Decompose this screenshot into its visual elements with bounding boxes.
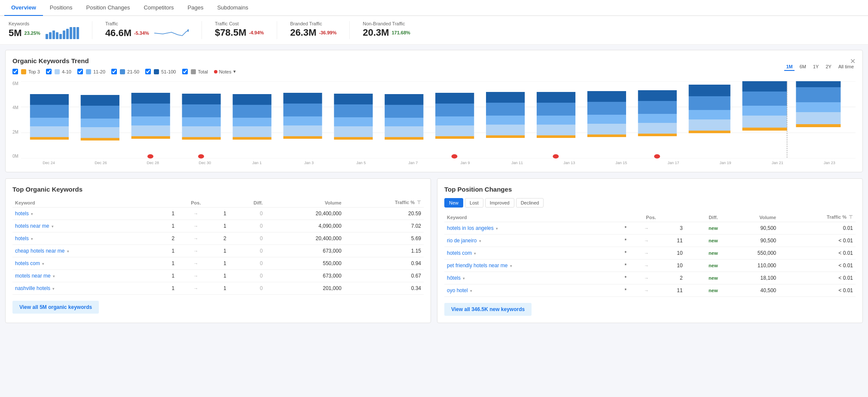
pc-volume: 18,100 bbox=[721, 272, 779, 284]
tab-position-changes[interactable]: Position Changes bbox=[79, 0, 137, 16]
view-all-keywords-button[interactable]: View all 5M organic keywords bbox=[12, 301, 99, 314]
arrow-icon: → bbox=[183, 232, 208, 245]
filter-lost[interactable]: Lost bbox=[465, 198, 483, 208]
chevron-down-icon[interactable]: ▾ bbox=[474, 251, 476, 256]
legend-top3-checkbox[interactable] bbox=[12, 69, 18, 74]
time-btn-1m[interactable]: 1M bbox=[784, 63, 794, 71]
view-all-position-changes-button[interactable]: View all 346.5K new keywords bbox=[444, 303, 532, 316]
legend-top3[interactable]: Top 3 bbox=[12, 69, 40, 74]
keyword-link[interactable]: hotels com bbox=[15, 260, 40, 266]
filter-icon[interactable]: ⊤ bbox=[417, 200, 421, 205]
chevron-down-icon[interactable]: ▾ bbox=[52, 287, 55, 291]
svg-point-74 bbox=[654, 154, 660, 159]
legend-total[interactable]: Total bbox=[182, 69, 208, 74]
pc-pos-to: 11 bbox=[659, 235, 685, 247]
chevron-down-icon[interactable]: ▾ bbox=[53, 274, 55, 278]
chevron-down-icon[interactable]: ▾ bbox=[42, 262, 44, 266]
svg-rect-72 bbox=[638, 101, 677, 114]
position-changes-table: Keyword Pos. Diff. Volume Traffic % ⊤ ho… bbox=[444, 213, 856, 297]
tab-overview[interactable]: Overview bbox=[4, 0, 43, 16]
legend-2150[interactable]: 21-50 bbox=[111, 69, 139, 74]
kw-diff: 0 bbox=[229, 257, 266, 270]
pc-keyword-cell: pet friendly hotels near me ▾ bbox=[444, 260, 617, 272]
chevron-down-icon[interactable]: ▾ bbox=[496, 226, 498, 231]
keyword-link[interactable]: hotels near me bbox=[15, 223, 49, 229]
pc-pos-to: 11 bbox=[659, 284, 685, 297]
position-changes-table-body: hotels in los angeles ▾ * → 3 new 90,500… bbox=[444, 222, 856, 297]
legend-51100[interactable]: 51-100 bbox=[145, 69, 176, 74]
time-btn-2y[interactable]: 2Y bbox=[824, 63, 833, 71]
chevron-down-icon[interactable]: ▾ bbox=[470, 289, 472, 293]
keyword-link[interactable]: hotels bbox=[15, 235, 29, 241]
notes-button[interactable]: Notes ▾ bbox=[214, 69, 236, 74]
svg-rect-41 bbox=[334, 94, 373, 104]
filter-new[interactable]: New bbox=[444, 198, 463, 208]
tab-subdomains[interactable]: Subdomains bbox=[210, 0, 255, 16]
svg-rect-56 bbox=[486, 103, 525, 116]
pc-keyword-cell: hotels com ▾ bbox=[444, 247, 617, 260]
pc-keyword-link[interactable]: pet friendly hotels near me bbox=[447, 263, 507, 269]
kw-diff: 0 bbox=[229, 245, 266, 257]
keyword-link[interactable]: nashville hotels bbox=[15, 285, 50, 291]
chevron-down-icon[interactable]: ▾ bbox=[510, 264, 512, 268]
time-btn-alltime[interactable]: All time bbox=[837, 63, 856, 71]
pc-filter-icon[interactable]: ⊤ bbox=[849, 214, 853, 220]
main-content: ✕ Organic Keywords Trend Top 3 4-10 11-2… bbox=[0, 45, 868, 328]
legend-51100-checkbox[interactable] bbox=[145, 69, 151, 74]
svg-rect-65 bbox=[587, 124, 626, 134]
pc-pos-from: * bbox=[617, 272, 634, 284]
svg-rect-22 bbox=[182, 126, 220, 137]
pc-keyword-link[interactable]: hotels in los angeles bbox=[447, 225, 494, 231]
pc-keyword-link[interactable]: oyo hotel bbox=[447, 287, 468, 293]
chevron-down-icon[interactable]: ▾ bbox=[479, 239, 481, 243]
svg-rect-70 bbox=[638, 123, 677, 134]
kw-traffic-pct: 5.69 bbox=[344, 232, 424, 245]
filter-improved[interactable]: Improved bbox=[485, 198, 514, 208]
tab-positions[interactable]: Positions bbox=[43, 0, 79, 16]
chart-area: 6M 4M 2M 0M bbox=[12, 81, 856, 165]
legend-1120[interactable]: 11-20 bbox=[77, 69, 105, 74]
time-btn-6m[interactable]: 6M bbox=[798, 63, 808, 71]
kw-pos-from: 1 bbox=[163, 270, 183, 282]
keyword-link[interactable]: motels near me bbox=[15, 273, 51, 279]
tab-competitors[interactable]: Competitors bbox=[137, 0, 180, 16]
chevron-down-icon[interactable]: ▾ bbox=[67, 249, 69, 253]
pc-keyword-link[interactable]: rio de janeiro bbox=[447, 238, 477, 244]
keyword-link[interactable]: hotels bbox=[15, 211, 29, 217]
chevron-down-icon[interactable]: ▾ bbox=[31, 237, 33, 241]
svg-rect-62 bbox=[537, 92, 575, 103]
arrow-icon: → bbox=[183, 257, 208, 270]
position-change-row: hotels in los angeles ▾ * → 3 new 90,500… bbox=[444, 222, 856, 235]
pc-keyword-link[interactable]: hôtels bbox=[447, 275, 461, 281]
tab-pages[interactable]: Pages bbox=[181, 0, 211, 16]
metric-non-branded: Non-Branded Traffic 20.3M 171.68% bbox=[363, 21, 423, 39]
svg-rect-35 bbox=[283, 104, 322, 116]
filter-declined[interactable]: Declined bbox=[516, 198, 544, 208]
legend-410-checkbox[interactable] bbox=[46, 69, 52, 74]
top-keywords-title: Top Organic Keywords bbox=[12, 186, 424, 193]
keyword-row: nashville hotels ▾ 1 → 1 0 201,000 0.34 bbox=[12, 282, 424, 295]
pc-keyword-link[interactable]: hotels com bbox=[447, 250, 472, 256]
metric-non-branded-label: Non-Branded Traffic bbox=[363, 21, 410, 26]
keyword-link[interactable]: cheap hotels near me bbox=[15, 248, 64, 254]
col-diff: Diff. bbox=[229, 198, 266, 208]
arrow-icon: → bbox=[183, 220, 208, 232]
kw-traffic-pct: 0.94 bbox=[344, 257, 424, 270]
chevron-down-icon[interactable]: ▾ bbox=[31, 212, 33, 216]
metric-keywords: Keywords 5M 23.25% bbox=[9, 21, 92, 39]
keywords-table-header: Keyword Pos. Diff. Volume Traffic % ⊤ bbox=[12, 198, 424, 208]
pc-arrow-icon: → bbox=[634, 235, 658, 247]
kw-pos-to: 1 bbox=[208, 208, 229, 220]
legend-2150-checkbox[interactable] bbox=[111, 69, 117, 74]
kw-pos-from: 1 bbox=[163, 282, 183, 295]
chevron-down-icon[interactable]: ▾ bbox=[463, 276, 465, 281]
col-pos: Pos. bbox=[163, 198, 229, 208]
svg-rect-7 bbox=[30, 118, 69, 126]
metric-non-branded-change: 171.68% bbox=[391, 30, 410, 35]
pc-traffic-pct: < 0.01 bbox=[779, 272, 856, 284]
legend-total-checkbox[interactable] bbox=[182, 69, 188, 74]
legend-1120-checkbox[interactable] bbox=[77, 69, 83, 74]
chevron-down-icon[interactable]: ▾ bbox=[52, 224, 54, 229]
time-btn-1y[interactable]: 1Y bbox=[811, 63, 820, 71]
legend-410[interactable]: 4-10 bbox=[46, 69, 71, 74]
